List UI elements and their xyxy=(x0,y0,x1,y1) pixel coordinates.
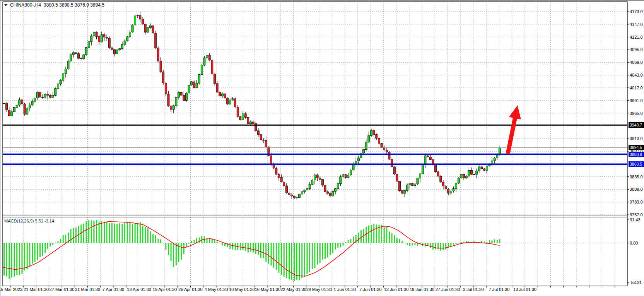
candle[interactable] xyxy=(347,175,349,177)
candle[interactable] xyxy=(422,164,424,174)
candle[interactable] xyxy=(96,32,97,36)
candle[interactable] xyxy=(288,193,290,195)
candle[interactable] xyxy=(211,60,213,74)
candle[interactable] xyxy=(299,194,301,198)
candle[interactable] xyxy=(93,32,95,36)
candle[interactable] xyxy=(80,58,82,59)
candle[interactable] xyxy=(167,94,169,106)
candle[interactable] xyxy=(435,164,437,172)
candle[interactable] xyxy=(208,55,210,60)
candle[interactable] xyxy=(337,184,339,189)
candle[interactable] xyxy=(437,172,439,176)
candle[interactable] xyxy=(203,58,205,65)
candle[interactable] xyxy=(345,175,347,177)
candle[interactable] xyxy=(342,175,344,177)
candle[interactable] xyxy=(224,94,226,98)
candle[interactable] xyxy=(324,185,326,192)
candle[interactable] xyxy=(126,37,128,41)
candle[interactable] xyxy=(285,186,287,193)
candle[interactable] xyxy=(72,53,74,55)
candle[interactable] xyxy=(21,100,23,104)
candle[interactable] xyxy=(101,35,102,42)
candle[interactable] xyxy=(108,38,110,48)
candle[interactable] xyxy=(193,82,195,88)
candle[interactable] xyxy=(396,174,398,181)
candle[interactable] xyxy=(70,55,72,61)
candle[interactable] xyxy=(216,84,218,92)
chevron-down-icon[interactable] xyxy=(4,4,7,6)
candle[interactable] xyxy=(57,84,59,89)
candle[interactable] xyxy=(381,144,383,148)
candle[interactable] xyxy=(152,26,154,33)
candle[interactable] xyxy=(8,110,10,116)
candle[interactable] xyxy=(98,37,100,42)
candle[interactable] xyxy=(124,41,126,44)
candle[interactable] xyxy=(6,103,8,110)
candle[interactable] xyxy=(239,116,241,120)
candle[interactable] xyxy=(160,61,162,72)
candle[interactable] xyxy=(34,98,36,101)
candle[interactable] xyxy=(206,55,208,58)
candle[interactable] xyxy=(75,53,77,54)
candle[interactable] xyxy=(244,114,246,117)
candle[interactable] xyxy=(31,101,33,105)
candle[interactable] xyxy=(180,92,182,96)
candle[interactable] xyxy=(296,198,298,198)
candle[interactable] xyxy=(65,69,67,74)
candle[interactable] xyxy=(52,96,54,98)
candle[interactable] xyxy=(458,178,460,183)
candle[interactable] xyxy=(371,130,372,136)
candle[interactable] xyxy=(275,168,277,175)
candle[interactable] xyxy=(29,105,31,108)
candle[interactable] xyxy=(468,170,470,176)
candle[interactable] xyxy=(470,170,472,174)
candle[interactable] xyxy=(391,159,393,167)
candle[interactable] xyxy=(234,99,236,107)
candle[interactable] xyxy=(114,50,116,54)
candle[interactable] xyxy=(363,149,365,153)
candle[interactable] xyxy=(119,49,121,50)
candle[interactable] xyxy=(188,85,190,93)
candle[interactable] xyxy=(175,97,177,106)
candle[interactable] xyxy=(265,140,267,147)
candle[interactable] xyxy=(132,25,133,32)
candle[interactable] xyxy=(36,92,38,98)
candle[interactable] xyxy=(62,74,64,80)
candle[interactable] xyxy=(170,106,172,110)
trend-arrow-annotation[interactable] xyxy=(506,105,521,154)
candle[interactable] xyxy=(406,185,408,190)
candle[interactable] xyxy=(429,157,431,159)
candle[interactable] xyxy=(24,104,26,114)
candle[interactable] xyxy=(249,122,251,124)
candle[interactable] xyxy=(321,180,323,185)
candle[interactable] xyxy=(214,74,215,84)
candle[interactable] xyxy=(198,75,200,84)
candle[interactable] xyxy=(357,158,359,161)
candle[interactable] xyxy=(352,164,354,170)
candle[interactable] xyxy=(88,42,90,48)
candle[interactable] xyxy=(14,107,15,111)
candle[interactable] xyxy=(291,195,293,196)
candle[interactable] xyxy=(55,89,56,96)
candle[interactable] xyxy=(409,183,411,185)
candle[interactable] xyxy=(340,177,342,184)
candle[interactable] xyxy=(106,37,108,38)
candle[interactable] xyxy=(350,170,352,175)
candle[interactable] xyxy=(424,156,426,164)
candle[interactable] xyxy=(60,80,61,84)
candle[interactable] xyxy=(85,47,87,55)
candle[interactable] xyxy=(486,166,488,170)
candle[interactable] xyxy=(401,191,403,193)
candle[interactable] xyxy=(314,175,316,180)
candle[interactable] xyxy=(335,189,337,192)
candle[interactable] xyxy=(309,185,311,189)
candle[interactable] xyxy=(304,190,306,192)
candle[interactable] xyxy=(478,167,480,171)
candle[interactable] xyxy=(311,180,313,185)
candle[interactable] xyxy=(201,65,203,74)
candle[interactable] xyxy=(388,152,390,159)
candle[interactable] xyxy=(19,100,20,105)
candle[interactable] xyxy=(26,108,28,115)
candle[interactable] xyxy=(383,147,385,150)
candle[interactable] xyxy=(419,174,421,178)
